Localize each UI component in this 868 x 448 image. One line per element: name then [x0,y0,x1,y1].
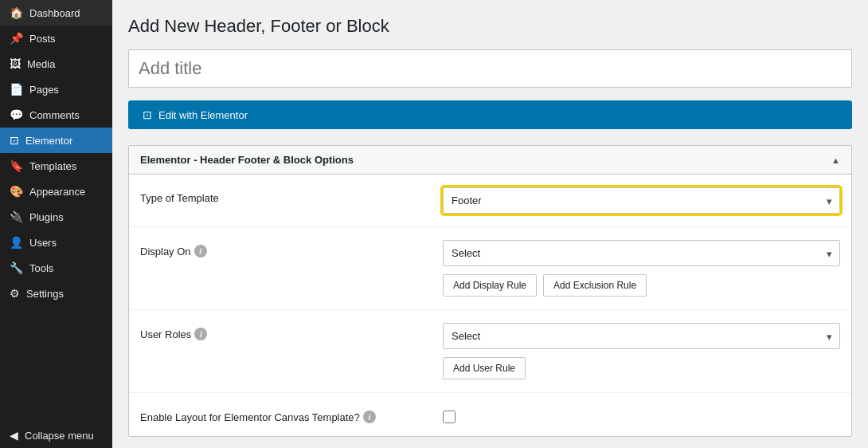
options-box-title: Elementor - Header Footer & Block Option… [140,154,354,166]
enable-layout-controls [443,406,840,423]
options-box-header: Elementor - Header Footer & Block Option… [129,146,851,175]
page-title: Add New Header, Footer or Block [128,16,852,37]
user-roles-row: User Roles i Select Add User Rule [129,310,851,393]
display-on-controls: Select Add Display Rule Add Exclusion Ru… [443,240,840,297]
display-on-select-wrapper: Select [443,240,840,266]
sidebar-label-appearance: Appearance [29,186,85,198]
title-input[interactable] [128,49,852,88]
add-exclusion-rule-button[interactable]: Add Exclusion Rule [543,274,647,297]
sidebar-label-templates: Templates [29,160,76,172]
sidebar-item-settings[interactable]: ⚙ Settings [0,281,112,306]
display-on-row: Display On i Select Add Display Rule Add… [129,227,851,310]
sidebar-label-plugins: Plugins [29,211,64,223]
user-roles-label: User Roles i [140,323,443,340]
edit-button-label: Edit with Elementor [158,109,248,121]
collapse-arrow-icon[interactable]: ▲ [831,155,840,165]
enable-layout-checkbox-wrapper [443,406,840,423]
user-roles-help-icon[interactable]: i [194,328,207,340]
enable-layout-checkbox[interactable] [443,411,456,423]
media-icon: 🖼 [10,57,21,70]
pages-icon: 📄 [10,83,23,96]
edit-with-elementor-button[interactable]: ⊡ Edit with Elementor [128,100,852,129]
dashboard-icon: 🏠 [10,6,23,19]
type-of-template-select[interactable]: Footer Header Block [443,187,840,214]
collapse-icon: ◀ [10,429,18,442]
user-roles-controls: Select Add User Rule [443,323,840,379]
appearance-icon: 🎨 [10,185,23,198]
options-box: Elementor - Header Footer & Block Option… [128,145,852,437]
display-on-label: Display On i [140,240,443,257]
sidebar-item-comments[interactable]: 💬 Comments [0,102,112,128]
type-of-template-label: Type of Template [140,187,443,204]
sidebar-item-templates[interactable]: 🔖 Templates [0,153,112,179]
sidebar-label-dashboard: Dashboard [29,7,80,19]
plugins-icon: 🔌 [10,210,23,223]
sidebar-item-tools[interactable]: 🔧 Tools [0,255,112,281]
users-icon: 👤 [10,236,23,249]
sidebar-label-tools: Tools [29,262,53,274]
user-roles-rule-buttons: Add User Rule [443,357,840,379]
user-roles-select-wrapper: Select [443,323,840,349]
sidebar-item-elementor[interactable]: ⊡ Elementor [0,128,112,153]
sidebar-item-media[interactable]: 🖼 Media [0,51,112,77]
sidebar-label-pages: Pages [29,84,59,96]
templates-icon: 🔖 [10,159,23,172]
elementor-icon: ⊡ [10,134,19,147]
add-display-rule-button[interactable]: Add Display Rule [443,274,537,297]
enable-layout-row: Enable Layout for Elementor Canvas Templ… [129,393,851,436]
sidebar-label-settings: Settings [26,288,64,300]
posts-icon: 📌 [10,32,23,45]
sidebar-label-collapse: Collapse menu [25,430,94,442]
sidebar: 🏠 Dashboard 📌 Posts 🖼 Media 📄 Pages 💬 Co… [0,0,112,448]
elementor-button-icon: ⊡ [143,108,152,121]
sidebar-label-posts: Posts [29,33,56,45]
sidebar-item-plugins[interactable]: 🔌 Plugins [0,204,112,230]
sidebar-label-users: Users [29,237,57,249]
enable-layout-help-icon[interactable]: i [363,411,376,423]
display-on-select[interactable]: Select [443,240,840,266]
sidebar-item-pages[interactable]: 📄 Pages [0,77,112,102]
type-of-template-row: Type of Template Footer Header Block [129,175,851,227]
user-roles-select[interactable]: Select [443,323,840,349]
type-of-template-controls: Footer Header Block [443,187,840,214]
main-content: Add New Header, Footer or Block ⊡ Edit w… [112,0,868,448]
enable-layout-label: Enable Layout for Elementor Canvas Templ… [140,406,443,423]
sidebar-item-collapse[interactable]: ◀ Collapse menu [0,422,112,448]
settings-icon: ⚙ [10,287,20,300]
display-on-rule-buttons: Add Display Rule Add Exclusion Rule [443,274,840,297]
add-user-rule-button[interactable]: Add User Rule [443,357,526,379]
sidebar-item-users[interactable]: 👤 Users [0,230,112,255]
comments-icon: 💬 [10,108,23,121]
type-of-template-select-wrapper: Footer Header Block [443,187,840,214]
sidebar-item-dashboard[interactable]: 🏠 Dashboard [0,0,112,26]
sidebar-label-elementor: Elementor [25,135,72,147]
sidebar-label-comments: Comments [29,109,80,121]
sidebar-item-appearance[interactable]: 🎨 Appearance [0,179,112,204]
tools-icon: 🔧 [10,261,23,274]
sidebar-item-posts[interactable]: 📌 Posts [0,26,112,51]
sidebar-label-media: Media [27,58,55,70]
display-on-help-icon[interactable]: i [194,245,207,257]
